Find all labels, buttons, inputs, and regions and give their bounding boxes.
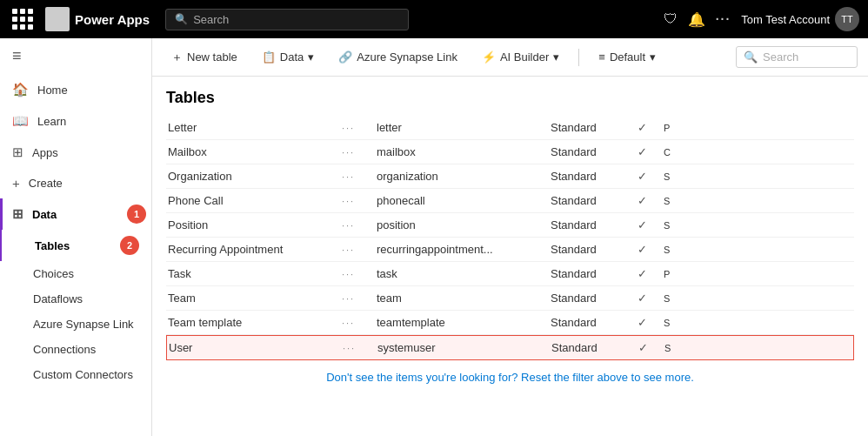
- more-options-icon[interactable]: ···: [342, 318, 377, 328]
- table-type: Standard: [551, 292, 638, 305]
- more-options-icon[interactable]: ···: [342, 220, 377, 231]
- table-extra: S: [664, 245, 690, 255]
- bottom-message[interactable]: Don't see the items you're looking for? …: [166, 360, 854, 394]
- main-content-area: ＋ New table 📋 Data ▾ 🔗 Azure Synapse Lin…: [152, 38, 868, 436]
- table-type: Standard: [551, 218, 638, 231]
- more-options-icon[interactable]: ···: [342, 245, 377, 255]
- sidebar-sub-label: Azure Synapse Link: [33, 318, 134, 331]
- table-extra: P: [664, 269, 690, 279]
- sidebar-sub-label: Custom Connectors: [33, 368, 133, 381]
- check-icon: ✓: [638, 292, 664, 305]
- more-options-icon[interactable]: ···: [342, 269, 377, 279]
- table-name: User: [169, 341, 343, 354]
- learn-icon: 📖: [12, 113, 29, 129]
- chevron-down-icon: ▾: [650, 50, 656, 64]
- global-search-box[interactable]: 🔍 Search: [165, 9, 409, 30]
- waffle-menu[interactable]: [9, 5, 37, 33]
- table-name: Position: [168, 218, 342, 231]
- default-button[interactable]: ≡ Default ▾: [590, 46, 664, 68]
- more-options-icon[interactable]: ···: [342, 123, 377, 133]
- table-name: Phone Call: [168, 194, 342, 207]
- table-row[interactable]: Mailbox ··· mailbox Standard ✓ C: [166, 140, 854, 164]
- main-layout: ≡ 🏠 Home 📖 Learn ⊞ Apps + Create ⊞ Data …: [0, 38, 868, 436]
- data-icon: ⊞: [12, 206, 23, 222]
- table-row[interactable]: Organization ··· organization Standard ✓…: [166, 164, 854, 189]
- azure-synapse-button[interactable]: 🔗 Azure Synapse Link: [330, 46, 466, 68]
- table-row[interactable]: User ··· systemuser Standard ✓ S: [166, 335, 854, 360]
- table-extra: S: [664, 343, 691, 353]
- table-type: Standard: [551, 170, 638, 183]
- sidebar-item-data[interactable]: ⊞ Data 1: [0, 198, 151, 230]
- table-extra: C: [664, 147, 690, 158]
- sidebar-item-learn[interactable]: 📖 Learn: [0, 105, 151, 137]
- sidebar: ≡ 🏠 Home 📖 Learn ⊞ Apps + Create ⊞ Data …: [0, 38, 152, 436]
- data-button[interactable]: 📋 Data ▾: [253, 46, 323, 68]
- page-title: Tables: [166, 89, 854, 107]
- table-type: Standard: [551, 194, 638, 207]
- sidebar-sub-label: Choices: [33, 267, 74, 280]
- sidebar-sub-choices[interactable]: Choices: [0, 261, 151, 286]
- sidebar-item-create[interactable]: + Create: [0, 168, 151, 198]
- table-row[interactable]: Position ··· position Standard ✓ S: [166, 213, 854, 238]
- more-options-icon[interactable]: ···: [342, 196, 377, 206]
- table-name: Team template: [168, 316, 342, 329]
- table-row[interactable]: Recurring Appointment ··· recurringappoi…: [166, 238, 854, 262]
- table-name: Mailbox: [168, 145, 342, 158]
- search-icon: 🔍: [744, 50, 758, 64]
- account-name: Tom Test Account: [741, 13, 830, 26]
- sidebar-sub-dataflows[interactable]: Dataflows: [0, 286, 151, 312]
- table-row[interactable]: Team template ··· teamtemplate Standard …: [166, 311, 854, 335]
- sidebar-item-apps[interactable]: ⊞ Apps: [0, 137, 151, 168]
- sidebar-toggle-button[interactable]: ≡: [0, 38, 151, 74]
- check-icon: ✓: [638, 341, 664, 354]
- table-extra: P: [664, 123, 690, 133]
- table-sysname: team: [377, 292, 551, 305]
- shield-icon[interactable]: 🛡: [664, 11, 678, 27]
- sidebar-item-label: Create: [29, 177, 63, 190]
- check-icon: ✓: [638, 218, 664, 231]
- more-options-icon[interactable]: ···: [343, 343, 377, 353]
- table-type: Standard: [551, 341, 638, 354]
- more-options-button[interactable]: ···: [716, 12, 731, 26]
- table-sysname: organization: [377, 170, 551, 183]
- sidebar-sub-label: Connections: [33, 343, 96, 356]
- tables-content: Tables Letter ··· letter Standard ✓ P Ma…: [152, 77, 868, 436]
- app-logo: [45, 7, 70, 31]
- sidebar-item-home[interactable]: 🏠 Home: [0, 74, 151, 105]
- table-search-box[interactable]: 🔍 Search: [736, 46, 858, 68]
- more-options-icon[interactable]: ···: [342, 293, 377, 304]
- table-row[interactable]: Letter ··· letter Standard ✓ P: [166, 116, 854, 140]
- bell-icon[interactable]: 🔔: [688, 11, 705, 28]
- filter-icon: ≡: [598, 50, 605, 64]
- home-icon: 🏠: [12, 82, 29, 97]
- sidebar-sub-tables[interactable]: Tables 2: [0, 230, 151, 261]
- table-sysname: task: [377, 267, 551, 280]
- sidebar-sub-connections[interactable]: Connections: [0, 337, 151, 362]
- more-options-icon[interactable]: ···: [342, 171, 377, 182]
- table-row[interactable]: Team ··· team Standard ✓ S: [166, 286, 854, 311]
- table-type: Standard: [551, 316, 638, 329]
- ai-builder-button[interactable]: ⚡ AI Builder ▾: [473, 46, 568, 68]
- table-type: Standard: [551, 121, 638, 134]
- table-sysname: phonecall: [377, 194, 551, 207]
- toolbar-separator: [578, 49, 579, 66]
- apps-icon: ⊞: [12, 144, 23, 160]
- more-options-icon[interactable]: ···: [342, 147, 377, 158]
- table-row[interactable]: Phone Call ··· phonecall Standard ✓ S: [166, 189, 854, 213]
- table-sysname: recurringappointment...: [377, 243, 551, 256]
- search-placeholder-text: Search: [763, 50, 798, 64]
- new-table-button[interactable]: ＋ New table: [163, 45, 246, 70]
- table-type: Standard: [551, 145, 638, 158]
- check-icon: ✓: [638, 170, 664, 183]
- account-menu[interactable]: Tom Test Account TT: [741, 7, 859, 31]
- search-icon: 🔍: [175, 13, 188, 25]
- sidebar-sub-label: Tables: [35, 239, 70, 252]
- table-extra: S: [664, 220, 690, 231]
- sidebar-sub-azure-synapse[interactable]: Azure Synapse Link: [0, 312, 151, 337]
- table-extra: S: [664, 171, 690, 182]
- top-nav-right: 🛡 🔔 ··· Tom Test Account TT: [664, 7, 859, 31]
- table-row[interactable]: Task ··· task Standard ✓ P: [166, 262, 854, 286]
- table-sysname: mailbox: [377, 145, 551, 158]
- sidebar-sub-custom-connectors[interactable]: Custom Connectors: [0, 362, 151, 387]
- annotation-badge-1: 1: [127, 205, 146, 224]
